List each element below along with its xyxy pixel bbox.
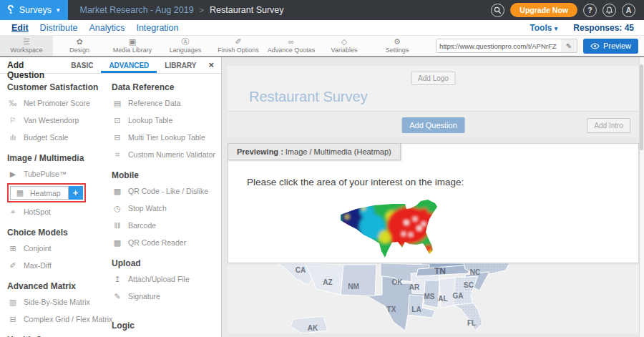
toolbar-item-variables[interactable]: ◇ Variables [318,36,371,56]
qtype-label: Max-Diff [24,261,52,270]
toolbar-item-settings[interactable]: ⚙ Settings [371,36,424,56]
matrix-icon: ▥ [7,298,19,307]
search-button[interactable] [491,4,504,17]
preview-button[interactable]: Preview [583,39,638,54]
question-text: Please click the area of your interest o… [247,177,464,187]
section-navbar: Edit Distribute Analytics Integration To… [0,20,644,36]
barcode-icon: ‖‖ [112,221,123,230]
section-heading: Mobile [112,170,215,180]
qtype-label: HotSpot [24,207,51,216]
magic-wand-icon: ✐ [235,38,241,46]
state-label: SC [464,281,474,289]
us-map-question: CA AZ NM OK AR TN NC SC MS AL GA TX LA F… [228,263,639,333]
qtype-budget-scale[interactable]: ılı Budget Scale [7,129,107,146]
qtype-label: Signature [128,292,160,301]
qtype-lookup-table[interactable]: ⊡ Lookup Table [112,112,215,129]
help-button[interactable]: ? [583,4,597,17]
notifications-button[interactable] [602,4,616,17]
section-heading: Customer Satisfaction [7,82,107,92]
qtype-label: Stop Watch [128,204,167,213]
brand-surveys-menu[interactable]: ? Surveys ▾ [0,0,68,20]
upgrade-now-button[interactable]: Upgrade Now [510,3,577,17]
cursor-target-icon: ⌖ [7,207,19,217]
toolbar-label: Advance Quotas [268,47,316,54]
survey-url-box: ✎ [436,39,577,53]
toolbar-label: Languages [170,47,202,54]
qtype-randomizer[interactable]: ⇄ Randomizer [112,333,215,337]
chain-links-icon: ∞ [288,38,294,46]
qtype-qr-code-reader[interactable]: ▩ QR Code Reader [112,234,215,251]
toolbar-item-workspace[interactable]: ☰ Workspace [0,36,53,56]
qtype-max-diff[interactable]: ✐ Max-Diff [7,257,107,274]
qtype-hotspot[interactable]: ⌖ HotSpot [7,203,107,220]
survey-canvas: Add Logo Restaurant Survey Add Question … [228,66,639,137]
add-logo-button[interactable]: Add Logo [411,72,456,85]
tab-basic[interactable]: BASIC [63,57,101,73]
close-icon[interactable]: × [204,57,221,73]
qr-scanner-icon: ▩ [112,238,123,248]
search-icon [494,6,502,14]
main-scrollbar[interactable] [639,57,644,337]
nav-tab-edit[interactable]: Edit [11,23,29,33]
toolbar-item-languages[interactable]: Ⓐ Languages [159,36,212,56]
us-states-map[interactable]: CA AZ NM OK AR TN NC SC MS AL GA TX LA F… [228,263,639,333]
toolbar-item-design[interactable]: ✿ Design [53,36,106,56]
preview-label: Preview [603,41,631,50]
qtype-complex-grid[interactable]: ⊟ Complex Grid / Flex Matrix [7,311,107,328]
qtype-attach-upload-file[interactable]: ↥ Attach/Upload File [112,270,215,288]
qtype-label: QR Code - Like / Dislike [128,187,208,195]
qtype-barcode[interactable]: ‖‖ Barcode [112,217,215,234]
qtype-label: Side-By-Side Matrix [24,298,90,306]
tag-icon: ◇ [341,38,347,46]
add-question-button[interactable]: Add Question [401,117,465,133]
qtype-multi-tier-lookup[interactable]: ⊟ Multi Tier Lookup Table [112,129,215,146]
qtype-heatmap[interactable]: ▦ Heatmap [10,186,69,200]
tab-advanced[interactable]: ADVANCED [101,57,157,73]
state-NM[interactable] [341,265,376,296]
nav-tab-distribute[interactable]: Distribute [40,23,78,33]
qtype-custom-numeric-validator[interactable]: ⌗ Custom Numeric Validator [112,146,215,163]
account-avatar[interactable]: A [622,4,635,17]
qtype-net-promoter-score[interactable]: ‰ Net Promoter Score [7,94,107,112]
add-intro-button[interactable]: Add Intro [587,118,630,133]
toolbar-item-media-library[interactable]: ▣ Media Library [106,36,159,56]
chevron-down-icon: ▾ [555,25,558,32]
scrollbar-thumb[interactable] [640,64,643,150]
top-navbar: ? Surveys ▾ Market Research - Aug 2019 >… [0,0,644,20]
toolbar-label: Settings [386,47,409,54]
qtype-reference-data[interactable]: ▤ Reference Data [112,94,215,112]
qtype-label: Multi Tier Lookup Table [128,133,205,142]
bell-icon [605,6,613,14]
tab-library[interactable]: LIBRARY [157,57,204,73]
qtype-label: TubePulse™ [24,170,67,178]
survey-url-input[interactable] [436,39,561,52]
qtype-qr-like-dislike[interactable]: ▩ QR Code - Like / Dislike [112,182,215,200]
number-box-icon: ⌗ [112,150,123,160]
toolbar-item-finish-options[interactable]: ✐ Finish Options [212,36,265,56]
survey-title[interactable]: Restaurant Survey [249,89,368,105]
qtype-van-westendorp[interactable]: ⚐ Van Westendorp [7,112,107,129]
tools-dropdown[interactable]: Tools ▾ [530,23,557,33]
qtype-label: Attach/Upload File [128,275,190,283]
breadcrumb: Market Research - Aug 2019 > Restaurant … [79,5,283,15]
nav-tab-analytics[interactable]: Analytics [89,23,125,33]
usa-heatmap-image[interactable] [334,195,443,260]
nav-tab-integration[interactable]: Integration [136,23,178,33]
toolbar-item-advance-quotas[interactable]: ∞ Advance Quotas [265,36,318,56]
cards-icon: ⊞ [7,244,19,253]
edit-url-pencil-icon[interactable]: ✎ [561,42,577,50]
breadcrumb-separator: > [200,6,204,14]
add-question-panel: Add Question BASIC ADVANCED LIBRARY × Cu… [0,57,222,337]
qtype-side-by-side-matrix[interactable]: ▥ Side-By-Side Matrix [7,293,107,311]
qtype-tubepulse[interactable]: ▶ TubePulse™ [7,165,107,182]
qtype-conjoint[interactable]: ⊞ Conjoint [7,240,107,257]
qtype-stop-watch[interactable]: ◷ Stop Watch [112,200,215,217]
heatmap-image-icon: ▦ [14,188,26,197]
heatmap-highlight-box: ▦ Heatmap + [7,183,86,202]
qtype-signature[interactable]: ✎ Signature [112,288,215,305]
eye-icon [590,43,600,49]
qtype-label: Net Promoter Score [24,99,90,107]
responses-count[interactable]: Responses: 45 [573,23,634,33]
add-heatmap-plus-button[interactable]: + [69,186,83,200]
breadcrumb-folder[interactable]: Market Research - Aug 2019 [79,5,193,15]
